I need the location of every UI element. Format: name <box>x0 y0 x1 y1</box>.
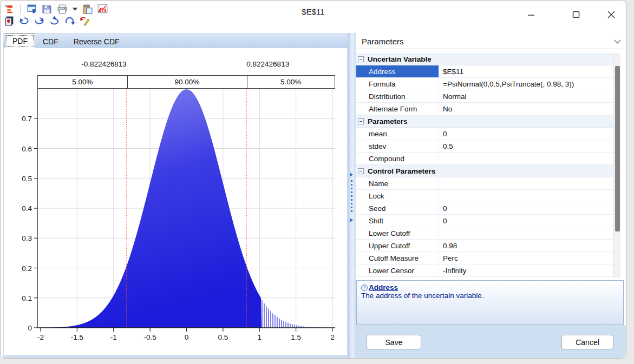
print-icon[interactable] <box>57 4 67 14</box>
chart-pane: PDFCDFReverse CDF -0.822426813 0.8224268… <box>3 33 348 359</box>
chevron-down-icon[interactable] <box>614 37 621 46</box>
group-header[interactable]: Parameters <box>356 115 613 128</box>
property-row[interactable]: Lock <box>356 190 613 202</box>
property-label[interactable]: Cutoff Measure <box>356 252 439 264</box>
property-value[interactable] <box>439 177 613 189</box>
svg-text:0.5: 0.5 <box>22 175 32 183</box>
panel-header[interactable]: Parameters <box>356 34 626 49</box>
property-grid: Uncertain VariableAddress$E$11Formula=Ps… <box>356 53 613 277</box>
property-value[interactable]: 0 <box>439 202 613 214</box>
property-label[interactable]: Alternate Form <box>356 103 439 115</box>
splitter-arrow-icon[interactable] <box>350 218 353 222</box>
svg-text:0.2: 0.2 <box>22 264 32 273</box>
flip-left-icon[interactable] <box>19 16 29 26</box>
property-value[interactable]: =PsiNormal(0,0.5,PsiTruncate(, 0.98, 3)) <box>439 78 613 90</box>
undo-edit-icon[interactable] <box>80 16 90 26</box>
pane-splitter[interactable] <box>348 33 356 359</box>
property-row[interactable]: Compound <box>356 153 613 165</box>
property-label[interactable]: Name <box>356 177 439 189</box>
help-title[interactable]: Address <box>369 283 398 292</box>
property-value[interactable]: 0 <box>439 215 613 227</box>
grid-scrollbar-thumb[interactable] <box>615 66 620 231</box>
property-label[interactable]: Compound <box>356 153 439 164</box>
distribution-icon[interactable] <box>4 4 14 14</box>
property-row[interactable]: Cutoff MeasurePerc <box>356 252 613 264</box>
property-value[interactable]: Perc <box>439 252 613 264</box>
property-value[interactable] <box>439 227 613 239</box>
group-label: Parameters <box>368 117 408 125</box>
svg-text:0: 0 <box>28 324 32 332</box>
property-row[interactable]: Alternate FormNo <box>356 103 613 115</box>
property-row[interactable]: Lower Censor-Infinity <box>356 264 613 277</box>
property-value[interactable]: Normal <box>439 90 613 102</box>
property-row[interactable]: DistributionNormal <box>356 90 613 103</box>
grid-scrollbar[interactable] <box>613 53 620 277</box>
svg-text:-2: -2 <box>37 333 44 341</box>
property-value[interactable]: 0.98 <box>439 240 613 252</box>
help-text: The address of the uncertain variable. <box>361 292 619 300</box>
pdf-chart[interactable]: -0.822426813 0.822426813 5.00%90.00%5.00… <box>4 48 347 355</box>
property-label[interactable]: Address <box>356 65 439 77</box>
property-label[interactable]: Distribution <box>356 90 439 102</box>
svg-text:0.5: 0.5 <box>218 333 228 341</box>
svg-text:2: 2 <box>330 333 335 341</box>
collapse-icon[interactable] <box>358 118 364 124</box>
property-row[interactable]: Formula=PsiNormal(0,0.5,PsiTruncate(, 0.… <box>356 78 613 90</box>
tab-pdf[interactable]: PDF <box>5 34 35 48</box>
property-row[interactable]: stdev0.5 <box>356 140 613 153</box>
group-header[interactable]: Uncertain Variable <box>356 53 613 65</box>
save-icon[interactable] <box>42 4 52 14</box>
property-row[interactable]: Name <box>356 177 613 190</box>
property-label[interactable]: Seed <box>356 202 439 214</box>
tab-reverse-cdf[interactable]: Reverse CDF <box>66 35 127 48</box>
minimize-button[interactable] <box>519 6 544 23</box>
maximize-button[interactable] <box>564 6 589 23</box>
flip-right-icon[interactable] <box>34 16 44 26</box>
property-row[interactable]: mean0 <box>356 128 613 140</box>
report-window-icon[interactable] <box>27 4 37 14</box>
delimiter-value-left[interactable]: -0.822426813 <box>37 60 127 70</box>
property-row[interactable]: Seed0 <box>356 202 613 215</box>
property-value[interactable]: 0 <box>439 128 613 140</box>
collapse-icon[interactable] <box>358 168 364 174</box>
svg-text:1: 1 <box>257 333 262 341</box>
property-value[interactable]: $E$11 <box>439 65 613 77</box>
property-label[interactable]: Lower Cutoff <box>356 227 439 239</box>
property-row[interactable]: Lower Cutoff <box>356 227 613 240</box>
property-label[interactable]: mean <box>356 128 439 140</box>
property-label[interactable]: Formula <box>356 78 439 90</box>
paste-icon[interactable] <box>82 4 93 14</box>
property-row[interactable]: Shift0 <box>356 215 613 227</box>
print-dropdown-arrow-icon[interactable] <box>72 4 77 14</box>
property-label[interactable]: Upper Cutoff <box>356 240 439 252</box>
close-button[interactable] <box>599 6 624 23</box>
pdf-plot[interactable]: 00.10.20.30.40.50.60.7-2-1.5-1-0.500.511… <box>15 76 347 349</box>
property-value[interactable] <box>439 190 613 202</box>
rotate-vertical-icon[interactable] <box>49 16 60 26</box>
rotate-right-icon[interactable] <box>64 16 75 26</box>
property-label[interactable]: Lock <box>356 190 439 202</box>
copy-pages-icon[interactable] <box>4 16 14 26</box>
chart-icon[interactable] <box>97 4 108 14</box>
property-value[interactable]: -Infinity <box>439 264 613 276</box>
svg-text:0: 0 <box>185 333 189 341</box>
panel-header-label: Parameters <box>362 37 404 46</box>
svg-text:-1: -1 <box>110 333 117 341</box>
collapse-icon[interactable] <box>358 56 364 62</box>
cancel-button[interactable]: Cancel <box>561 335 613 349</box>
splitter-grip[interactable] <box>351 180 352 214</box>
property-label[interactable]: Lower Censor <box>356 264 439 276</box>
property-value[interactable] <box>439 153 613 164</box>
save-button[interactable]: Save <box>367 335 421 349</box>
tab-cdf[interactable]: CDF <box>35 35 66 48</box>
property-row[interactable]: Address$E$11 <box>356 65 613 78</box>
property-row[interactable]: Upper Cutoff0.98 <box>356 240 613 252</box>
svg-text:0.7: 0.7 <box>22 115 32 123</box>
property-label[interactable]: stdev <box>356 140 439 152</box>
splitter-arrow-icon[interactable] <box>350 173 353 177</box>
property-value[interactable]: No <box>439 103 613 115</box>
property-value[interactable]: 0.5 <box>439 140 613 152</box>
delimiter-value-right[interactable]: 0.822426813 <box>246 60 338 70</box>
property-label[interactable]: Shift <box>356 215 439 227</box>
group-header[interactable]: Control Parameters <box>356 165 613 177</box>
